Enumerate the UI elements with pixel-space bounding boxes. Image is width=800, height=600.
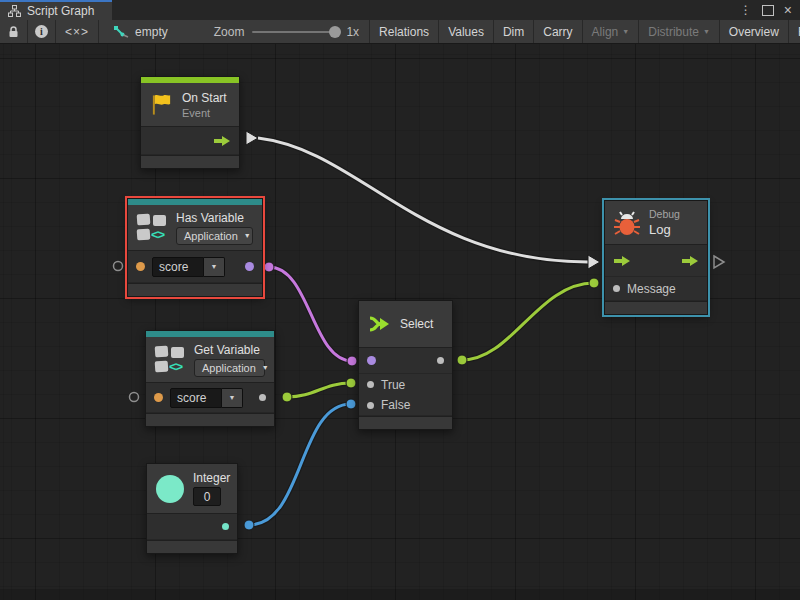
flow-output-port[interactable] bbox=[213, 135, 231, 147]
canvas-bottom-shade bbox=[0, 589, 800, 600]
zoom-slider-handle[interactable] bbox=[329, 26, 341, 38]
name-input-port[interactable] bbox=[136, 262, 145, 271]
node-footer bbox=[146, 413, 274, 426]
fullscreen-button[interactable]: Full Screen bbox=[788, 20, 800, 43]
graph-icon bbox=[8, 5, 21, 17]
relations-button[interactable]: Relations bbox=[369, 20, 438, 43]
flow-input-port[interactable] bbox=[613, 255, 631, 267]
flag-icon bbox=[150, 93, 173, 117]
true-input-port[interactable] bbox=[367, 381, 374, 388]
chevron-down-icon: ▼ bbox=[244, 232, 251, 239]
align-button[interactable]: Align▼ bbox=[582, 20, 639, 43]
unconnected-input-indicator[interactable] bbox=[130, 393, 139, 402]
value-output-port[interactable] bbox=[222, 523, 229, 530]
node-title: On Start bbox=[182, 91, 227, 105]
select-icon bbox=[368, 314, 391, 334]
unconnected-input-indicator[interactable] bbox=[114, 262, 123, 271]
node-footer bbox=[128, 283, 262, 296]
port-label: True bbox=[381, 378, 405, 392]
chevron-down-icon: ▼ bbox=[703, 28, 710, 35]
zoom-value: 1x bbox=[346, 25, 359, 39]
false-input-port[interactable] bbox=[367, 402, 374, 409]
zoom-label: Zoom bbox=[214, 25, 245, 39]
node-select[interactable]: Select True False bbox=[358, 300, 453, 430]
variable-icon: <> bbox=[155, 346, 185, 373]
node-footer bbox=[141, 155, 239, 168]
info-button[interactable]: i bbox=[28, 20, 56, 43]
wire-getvariable-to-select-true[interactable] bbox=[282, 378, 356, 402]
node-title: Has Variable bbox=[176, 211, 253, 225]
port-label: False bbox=[381, 398, 410, 412]
distribute-button[interactable]: Distribute▼ bbox=[638, 20, 719, 43]
variable-name-field[interactable]: score ▼ bbox=[170, 388, 243, 408]
node-footer bbox=[147, 540, 237, 553]
node-has-variable[interactable]: <> Has Variable Application ▼ score ▼ bbox=[127, 198, 263, 297]
wire-hasvariable-to-select[interactable] bbox=[264, 262, 357, 366]
chevron-down-icon: ▼ bbox=[211, 263, 218, 270]
message-input-port[interactable] bbox=[613, 285, 620, 292]
value-output-port[interactable] bbox=[259, 394, 266, 401]
flow-output-port[interactable] bbox=[681, 255, 699, 267]
scope-dropdown[interactable]: Application ▼ bbox=[194, 359, 265, 377]
node-title: Select bbox=[400, 317, 433, 331]
scope-dropdown[interactable]: Application ▼ bbox=[176, 227, 253, 245]
close-icon[interactable]: × bbox=[784, 3, 792, 17]
result-output-port[interactable] bbox=[245, 262, 254, 271]
result-output-port[interactable] bbox=[437, 357, 444, 364]
integer-icon bbox=[156, 475, 184, 503]
node-subtitle: Event bbox=[182, 107, 227, 119]
name-input-port[interactable] bbox=[154, 393, 163, 402]
wire-onstart-to-debuglog[interactable] bbox=[246, 131, 600, 269]
condition-input-port[interactable] bbox=[367, 356, 376, 365]
port-label: Message bbox=[627, 282, 676, 296]
chevron-down-icon: ▼ bbox=[262, 364, 269, 371]
title-bar: Script Graph ⋮ × bbox=[0, 0, 800, 20]
node-integer[interactable]: Integer 0 bbox=[146, 463, 238, 554]
zoom-slider[interactable] bbox=[252, 31, 338, 33]
unconnected-flow-output-indicator[interactable] bbox=[714, 256, 724, 268]
code-icon: <×> bbox=[65, 25, 89, 39]
graph-toolbar: i <×> empty Zoom 1x Relations Values Dim bbox=[0, 20, 800, 44]
breadcrumb-label: empty bbox=[135, 25, 168, 39]
tab-title: Script Graph bbox=[27, 4, 94, 18]
variable-icon: <> bbox=[137, 214, 167, 241]
variable-name-field[interactable]: score ▼ bbox=[152, 257, 225, 277]
window-menu-icon[interactable]: ⋮ bbox=[740, 4, 752, 16]
lock-icon bbox=[7, 25, 20, 38]
tab-script-graph[interactable]: Script Graph bbox=[0, 0, 112, 20]
graph-canvas[interactable]: On Start Event <> Has Variable bbox=[0, 44, 800, 600]
node-title: Integer bbox=[193, 471, 228, 485]
maximize-icon[interactable] bbox=[762, 5, 774, 16]
variable-picker-button[interactable]: ▼ bbox=[222, 388, 243, 408]
wire-select-to-debuglog-message[interactable] bbox=[457, 278, 599, 365]
graph-breadcrumb: empty bbox=[99, 20, 178, 43]
script-graph-window: Script Graph ⋮ × i <×> bbox=[0, 0, 800, 600]
overview-button[interactable]: Overview bbox=[719, 20, 788, 43]
chevron-down-icon: ▼ bbox=[622, 28, 629, 35]
chevron-down-icon: ▼ bbox=[229, 394, 236, 401]
info-icon: i bbox=[35, 25, 48, 38]
node-supertitle: Debug bbox=[649, 208, 680, 220]
node-on-start[interactable]: On Start Event bbox=[140, 76, 240, 169]
variable-picker-button[interactable]: ▼ bbox=[204, 257, 225, 277]
node-footer bbox=[605, 301, 707, 314]
carry-button[interactable]: Carry bbox=[533, 20, 581, 43]
node-title: Get Variable bbox=[194, 343, 265, 357]
integer-value-field[interactable]: 0 bbox=[193, 487, 221, 506]
node-get-variable[interactable]: <> Get Variable Application ▼ score ▼ bbox=[145, 330, 275, 427]
lock-button[interactable] bbox=[0, 20, 28, 43]
dim-button[interactable]: Dim bbox=[493, 20, 533, 43]
node-debug-log[interactable]: Debug Log Message bbox=[604, 200, 708, 315]
node-title: Log bbox=[649, 222, 680, 237]
code-preview-button[interactable]: <×> bbox=[56, 20, 99, 43]
bug-icon bbox=[614, 210, 640, 236]
node-footer bbox=[359, 416, 452, 429]
connection-icon bbox=[113, 25, 129, 38]
values-button[interactable]: Values bbox=[438, 20, 493, 43]
